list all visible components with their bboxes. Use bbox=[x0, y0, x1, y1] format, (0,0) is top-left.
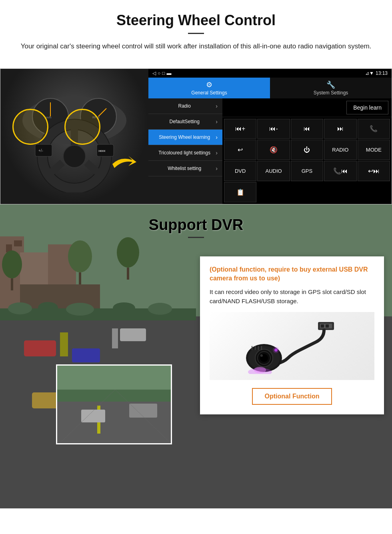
dvr-section: Support DVR (Optional function, require … bbox=[0, 204, 392, 508]
highlight-left bbox=[12, 109, 48, 145]
dvr-camera-svg bbox=[244, 318, 340, 374]
svg-rect-52 bbox=[129, 404, 157, 418]
prev-icon: ⏮ bbox=[304, 125, 310, 132]
ctrl-audio[interactable]: AUDIO bbox=[257, 161, 290, 181]
dvr-divider bbox=[188, 237, 204, 238]
tab-system-settings[interactable]: 🔧 System Settings bbox=[270, 78, 392, 98]
next-icon: ⏭ bbox=[337, 125, 344, 132]
vol-up-icon: ⏮+ bbox=[235, 125, 245, 132]
chevron-right-icon-5: › bbox=[216, 165, 218, 172]
phone-prev-icon: 📞⏮ bbox=[333, 167, 348, 175]
menu-radio-label: Radio bbox=[153, 103, 216, 109]
menu-item-defaultsetting[interactable]: DefaultSetting › bbox=[148, 114, 222, 130]
yellow-arrow-icon bbox=[108, 152, 140, 176]
ctrl-mode[interactable]: MODE bbox=[358, 140, 390, 160]
ctrl-vol-up[interactable]: ⏮+ bbox=[224, 119, 256, 139]
ctrl-back-next[interactable]: ↩⏭ bbox=[358, 161, 390, 181]
menu-item-steering-wheel[interactable]: Steering Wheel learning › bbox=[148, 130, 222, 145]
dvr-description: It can record video only to storage in G… bbox=[210, 288, 374, 306]
svg-rect-53 bbox=[81, 410, 105, 422]
steering-photo: km/h RPM +/- ⏮⏭ bbox=[0, 69, 148, 204]
dvr-title: Support DVR bbox=[16, 216, 376, 234]
recents-icon: □ bbox=[162, 70, 165, 76]
general-settings-icon: ⚙ bbox=[206, 80, 212, 89]
svg-point-65 bbox=[260, 354, 263, 357]
steering-section: Steering Wheel Control Your original car… bbox=[0, 0, 392, 68]
steering-title: Steering Wheel Control bbox=[16, 12, 376, 29]
steering-subtitle: Your original car's steering wheel contr… bbox=[16, 41, 376, 52]
svg-rect-58 bbox=[321, 324, 324, 328]
dvd-label: DVD bbox=[235, 168, 246, 174]
android-statusbar: ◁ ○ □ ▬ ⊿▼ 13:13 bbox=[148, 69, 392, 78]
ctrl-radio[interactable]: RADIO bbox=[324, 140, 356, 160]
android-panel: ◁ ○ □ ▬ ⊿▼ 13:13 ⚙ General Settings 🔧 Sy… bbox=[148, 69, 392, 204]
dvr-thumbnail bbox=[56, 364, 172, 444]
title-divider bbox=[188, 33, 204, 34]
menu-tricoloured-label: Tricoloured light settings bbox=[153, 150, 216, 156]
svg-text:+/-: +/- bbox=[38, 148, 43, 153]
chevron-right-icon: › bbox=[216, 103, 218, 109]
ctrl-power[interactable]: ⏻ bbox=[291, 140, 323, 160]
mode-label: MODE bbox=[366, 147, 382, 153]
statusbar-status: ⊿▼ 13:13 bbox=[365, 70, 388, 76]
dvr-info-card: (Optional function, require to buy exter… bbox=[200, 256, 384, 415]
menu-defaultsetting-label: DefaultSetting bbox=[153, 119, 216, 124]
home-icon: ○ bbox=[158, 70, 160, 76]
svg-point-69 bbox=[254, 367, 266, 373]
controls-area: Begin learn ⏮+ ⏮- ⏮ ⏭ 📞 ↩ 🔇 ⏻ RADIO MODE bbox=[222, 98, 392, 204]
back-next-icon: ↩⏭ bbox=[368, 167, 380, 175]
system-settings-icon: 🔧 bbox=[326, 80, 335, 89]
statusbar-nav-icons: ◁ ○ □ ▬ bbox=[152, 70, 172, 76]
ctrl-phone[interactable]: 📞 bbox=[358, 119, 390, 139]
ctrl-back[interactable]: ↩ bbox=[224, 140, 256, 160]
vol-down-icon: ⏮- bbox=[269, 125, 278, 132]
ctrl-dvd[interactable]: DVD bbox=[224, 161, 256, 181]
svg-rect-59 bbox=[326, 324, 329, 328]
menu-whitelist-label: Whitelist setting bbox=[153, 166, 216, 171]
highlight-right bbox=[64, 109, 100, 145]
radio-label: RADIO bbox=[332, 147, 348, 153]
optional-function-button[interactable]: Optional Function bbox=[252, 388, 332, 405]
tab-general-label: General Settings bbox=[191, 90, 227, 96]
svg-rect-13 bbox=[35, 144, 52, 156]
svg-text:⏮⏭: ⏮⏭ bbox=[98, 149, 106, 153]
menu-item-tricoloured[interactable]: Tricoloured light settings › bbox=[148, 145, 222, 161]
svg-point-12 bbox=[63, 145, 86, 168]
gps-label: GPS bbox=[302, 168, 312, 174]
mute-icon: 🔇 bbox=[270, 146, 278, 154]
dvr-optional-text: (Optional function, require to buy exter… bbox=[210, 265, 374, 283]
screenshot-area: km/h RPM +/- ⏮⏭ bbox=[0, 68, 392, 204]
tab-general-settings[interactable]: ⚙ General Settings bbox=[148, 78, 270, 98]
chevron-right-icon-2: › bbox=[216, 118, 218, 125]
menu-icon: ▬ bbox=[167, 70, 172, 76]
ctrl-mute[interactable]: 🔇 bbox=[257, 140, 290, 160]
ctrl-extra[interactable]: 📋 bbox=[224, 182, 256, 202]
menu-list: Radio › DefaultSetting › Steering Wheel … bbox=[148, 98, 222, 204]
svg-rect-49 bbox=[57, 390, 172, 402]
extra-icon: 📋 bbox=[236, 188, 244, 196]
menu-item-whitelist[interactable]: Whitelist setting › bbox=[148, 161, 222, 176]
tab-system-label: System Settings bbox=[314, 90, 348, 96]
begin-learn-button[interactable]: Begin learn bbox=[346, 101, 388, 114]
chevron-right-icon-3: › bbox=[216, 134, 218, 140]
dvr-thumbnail-inner bbox=[57, 366, 171, 443]
dvr-title-area: Support DVR bbox=[0, 204, 392, 242]
steering-wheel-bg: km/h RPM +/- ⏮⏭ bbox=[0, 69, 148, 204]
back-icon: ◁ bbox=[152, 70, 156, 76]
ctrl-gps[interactable]: GPS bbox=[291, 161, 323, 181]
begin-learn-row: Begin learn bbox=[222, 98, 392, 117]
menu-steering-label: Steering Wheel learning bbox=[153, 134, 216, 140]
dvr-camera-image bbox=[210, 312, 374, 380]
audio-label: AUDIO bbox=[266, 168, 282, 174]
controls-grid: ⏮+ ⏮- ⏮ ⏭ 📞 ↩ 🔇 ⏻ RADIO MODE DVD AUDIO G… bbox=[222, 117, 392, 204]
android-content: Radio › DefaultSetting › Steering Wheel … bbox=[148, 98, 392, 204]
ctrl-next[interactable]: ⏭ bbox=[324, 119, 356, 139]
ctrl-phone-prev[interactable]: 📞⏮ bbox=[324, 161, 356, 181]
time-display: 13:13 bbox=[376, 70, 388, 76]
ctrl-prev[interactable]: ⏮ bbox=[291, 119, 323, 139]
android-tabs[interactable]: ⚙ General Settings 🔧 System Settings bbox=[148, 78, 392, 98]
menu-item-radio[interactable]: Radio › bbox=[148, 98, 222, 114]
svg-point-67 bbox=[273, 347, 279, 353]
power-icon: ⏻ bbox=[304, 146, 310, 154]
ctrl-vol-down[interactable]: ⏮- bbox=[257, 119, 290, 139]
